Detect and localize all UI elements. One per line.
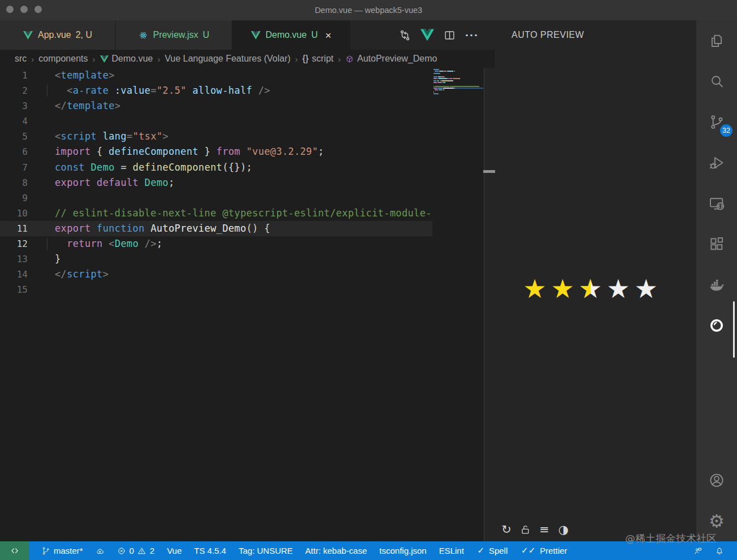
status-sync[interactable] [89, 541, 111, 560]
line-number: 6 [0, 144, 40, 159]
react-icon [138, 31, 148, 40]
status-prettier[interactable]: ✓✓Prettier [514, 541, 573, 560]
star-empty-icon[interactable]: ★ [606, 276, 630, 302]
code-line[interactable]: 5<script lang="tsx"> [0, 129, 432, 144]
code-line[interactable]: 2 <a-rate :value="2.5" allow-half /> [0, 83, 432, 98]
code-line[interactable]: 7const Demo = defineComponent({}); [0, 160, 432, 175]
minimap-line [433, 78, 483, 79]
more-actions-icon[interactable]: ··· [465, 29, 479, 41]
code-editor[interactable]: 1<template>2 <a-rate :value="2.5" allow-… [0, 68, 432, 297]
activity-search[interactable] [696, 61, 737, 102]
status-eslint[interactable]: ESLint [433, 541, 470, 560]
split-editor-icon[interactable] [443, 29, 456, 42]
status-text: ESLint [439, 546, 464, 555]
vue-volar-icon[interactable] [420, 28, 434, 42]
remote-arrows-icon [10, 546, 20, 556]
status-branch[interactable]: master* [35, 541, 89, 560]
activity-source-control[interactable]: 32 [696, 102, 737, 142]
auto-preview-panel: AUTO PREVIEW ★★★★★★ ↻≡◑ [484, 20, 696, 541]
minimap-line [433, 92, 483, 93]
feedback-icon [693, 546, 703, 555]
activity-debug[interactable] [696, 142, 737, 183]
code-line[interactable]: 3</template> [0, 98, 432, 114]
vscode-window: Demo.vue — webpack5-vue3 App.vue 2, UPre… [0, 0, 737, 560]
breadcrumb-item-vue-language-features-volar-[interactable]: Vue Language Features (Volar) [164, 54, 291, 64]
branch-icon [41, 546, 50, 555]
status-vue[interactable]: Vue [161, 541, 188, 560]
status-text: Prettier [540, 546, 567, 555]
status-text: tsconfig.json [379, 546, 426, 555]
breadcrumb-item-components[interactable]: components [38, 54, 88, 64]
status-tag-mode[interactable]: Tag: UNSURE [232, 541, 299, 560]
remote-indicator[interactable] [0, 541, 29, 560]
close-icon[interactable]: × [325, 30, 331, 41]
code-line[interactable]: 4 [0, 114, 432, 129]
remote-icon [708, 195, 725, 212]
refresh-icon[interactable]: ↻ [500, 523, 513, 536]
source-control-badge: 32 [720, 124, 732, 137]
star-full-icon[interactable]: ★ [551, 276, 574, 302]
status-spell[interactable]: ✓Spell [470, 541, 514, 560]
breadcrumb-item-src[interactable]: src [15, 54, 27, 64]
minimap-line [433, 84, 483, 85]
activity-files[interactable] [696, 20, 737, 61]
code-line[interactable]: 6import { defineComponent } from "vue@3.… [0, 144, 432, 159]
search-icon [708, 73, 725, 90]
contrast-icon[interactable]: ◑ [557, 523, 570, 536]
cloud-upload-icon [96, 546, 105, 555]
status-attr-mode[interactable]: Attr: kebab-case [299, 541, 373, 560]
breadcrumb-separator: › [31, 54, 34, 64]
vue-icon [251, 31, 261, 40]
error-icon [117, 546, 126, 555]
resize-sash[interactable] [483, 170, 495, 173]
tab-label: Preview.jsx U [153, 30, 210, 40]
line-number: 12 [0, 236, 40, 251]
code-line[interactable]: 8export default Demo; [0, 175, 432, 190]
breadcrumb: src›components›Demo.vue›Vue Language Fea… [0, 50, 495, 68]
status-tsconfig[interactable]: tsconfig.json [373, 541, 432, 560]
code-line[interactable]: 12 return <Demo />; [0, 236, 432, 251]
line-number: 14 [0, 267, 40, 282]
activity-remote[interactable] [696, 183, 737, 224]
minimap[interactable] [433, 69, 483, 97]
star-empty-icon[interactable]: ★ [634, 276, 657, 302]
activity-bar: 32 ⚙ [696, 20, 737, 541]
activity-scrollbar-thumb[interactable] [733, 301, 735, 358]
minimap-line [433, 75, 483, 76]
status-text: 0 [129, 546, 134, 555]
activity-account[interactable] [696, 460, 737, 501]
tab-app-vue[interactable]: App.vue 2, U [0, 20, 116, 50]
tab-demo-vue[interactable]: Demo.vue U× [232, 20, 350, 50]
breadcrumb-item-script[interactable]: {}script [302, 54, 333, 64]
vue-icon [100, 55, 109, 63]
status-text: 2 [150, 546, 154, 555]
code-line[interactable]: 10// eslint-disable-next-line @typescrip… [0, 206, 432, 221]
code-line[interactable]: 9 [0, 190, 432, 206]
title-bar: Demo.vue — webpack5-vue3 [0, 0, 737, 20]
activity-docker[interactable] [696, 264, 737, 305]
minimap-line [433, 73, 483, 74]
breadcrumb-item-demo-vue[interactable]: Demo.vue [100, 54, 153, 64]
status-text: Spell [489, 546, 508, 555]
code-line[interactable]: 1<template> [0, 68, 432, 83]
code-line[interactable]: 15 [0, 282, 432, 297]
code-line[interactable]: 14</script> [0, 267, 432, 282]
unlock-icon[interactable] [519, 524, 531, 536]
tabs: App.vue 2, UPreview.jsx UDemo.vue U× [0, 20, 350, 50]
compare-icon[interactable] [398, 29, 411, 42]
breadcrumb-separator: › [157, 54, 160, 64]
code-line[interactable]: 13} [0, 251, 432, 267]
breadcrumb-label: components [38, 54, 88, 64]
preview-controls: ↻≡◑ [500, 523, 570, 536]
status-problems[interactable]: 02 [111, 541, 161, 560]
breadcrumb-item-autopreview-demo[interactable]: AutoPreview_Demo [345, 54, 437, 64]
activity-lens[interactable] [696, 305, 737, 346]
line-number: 8 [0, 175, 40, 190]
tab-preview-jsx[interactable]: Preview.jsx U [116, 20, 232, 50]
status-ts-version[interactable]: TS 4.5.4 [188, 541, 233, 560]
activity-extensions[interactable] [696, 224, 737, 264]
star-half-icon[interactable]: ★★ [579, 276, 602, 302]
code-line[interactable]: 11export function AutoPreview_Demo() { [0, 221, 432, 236]
star-full-icon[interactable]: ★ [523, 276, 546, 302]
menu-icon[interactable]: ≡ [538, 523, 550, 536]
